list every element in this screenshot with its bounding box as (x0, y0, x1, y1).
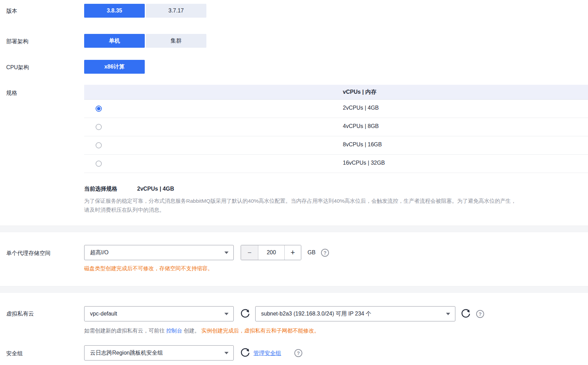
version-label: 版本 (6, 8, 17, 15)
spec-cell: 2vCPUs | 4GB (343, 105, 379, 111)
version-option-3835[interactable]: 3.8.35 (84, 4, 145, 18)
radio-selected-icon[interactable] (96, 106, 102, 112)
security-group-select[interactable]: 云日志跨Region跳板机安全组 (84, 345, 234, 361)
section-divider (0, 286, 588, 293)
security-group-help-icon[interactable]: ? (294, 349, 302, 357)
storage-size-input[interactable] (258, 245, 284, 260)
manage-security-group-link[interactable]: 管理安全组 (253, 350, 281, 356)
storage-warning-text: 磁盘类型创建完成后不可修改，存储空间不支持缩容。 (84, 265, 213, 272)
spec-row-4vcpu[interactable]: 4vCPUs | 8GB (84, 118, 588, 136)
cpu-arch-label: CPU架构 (6, 64, 29, 71)
refresh-icon[interactable] (240, 348, 250, 358)
spec-column-header: vCPUs | 内存 (343, 89, 376, 96)
vpc-help-icon[interactable]: ? (476, 310, 484, 318)
decrease-button[interactable]: − (241, 245, 258, 260)
section-divider (0, 226, 588, 232)
cpu-arch-segment-group: x86计算 (84, 60, 146, 74)
storage-label: 单个代理存储空间 (6, 250, 51, 257)
rabbitmq-instance-config-form: 版本 3.8.35 3.7.17 部署架构 单机 集群 CPU架构 x86计算 … (0, 0, 588, 365)
version-option-3717[interactable]: 3.7.17 (146, 4, 206, 18)
cpu-arch-option-x86[interactable]: x86计算 (84, 60, 145, 74)
spec-description-line1: 为了保证服务的稳定可靠，分布式消息服务RabbitMQ版采用了默认的40%高水位… (84, 197, 586, 206)
spec-cell: 8vCPUs | 16GB (343, 142, 382, 148)
security-group-label: 安全组 (6, 350, 23, 357)
spec-row-8vcpu[interactable]: 8vCPUs | 16GB (84, 136, 588, 155)
subnet-value: subnet-b2a3 (192.168.3.0/24) 可用 IP 234 个 (261, 310, 371, 318)
disk-type-value: 超高I/O (90, 249, 108, 256)
chevron-down-icon (224, 252, 229, 254)
radio-unselected-icon[interactable] (96, 161, 102, 167)
vpc-hint-warning: 实例创建完成后，虚拟私有云和子网都不能修改。 (201, 328, 319, 334)
spec-cell: 16vCPUs | 32GB (343, 160, 385, 166)
architecture-option-cluster[interactable]: 集群 (146, 34, 206, 48)
spec-label: 规格 (6, 90, 17, 97)
architecture-label: 部署架构 (6, 38, 28, 45)
radio-unselected-icon[interactable] (96, 124, 102, 130)
console-link[interactable]: 控制台 (166, 328, 182, 334)
spec-cell: 4vCPUs | 8GB (343, 123, 379, 129)
vpc-hint-suffix: 创建。 (182, 328, 201, 334)
spec-row-16vcpu[interactable]: 16vCPUs | 32GB (84, 155, 588, 173)
refresh-icon[interactable] (461, 309, 471, 319)
radio-unselected-icon[interactable] (96, 142, 102, 148)
spec-description-line2: 请及时消费积压在队列中的消息。 (84, 206, 586, 215)
vpc-value: vpc-default (90, 311, 117, 317)
chevron-down-icon (224, 352, 229, 354)
vpc-hint-prefix: 如需创建新的虚拟私有云，可前往 (84, 328, 166, 334)
current-spec-label: 当前选择规格 (84, 186, 117, 192)
architecture-segment-group: 单机 集群 (84, 34, 207, 48)
security-group-value: 云日志跨Region跳板机安全组 (90, 349, 163, 357)
storage-help-icon[interactable]: ? (321, 249, 329, 257)
storage-size-stepper: − + (241, 245, 301, 260)
spec-table: vCPUs | 内存 2vCPUs | 4GB 4vCPUs | 8GB 8vC… (84, 85, 588, 173)
increase-button[interactable]: + (284, 245, 301, 260)
version-segment-group: 3.8.35 3.7.17 (84, 4, 207, 18)
manage-security-group-wrap: 管理安全组 (253, 350, 281, 357)
current-spec: 当前选择规格2vCPUs | 4GB (84, 185, 174, 193)
spec-row-2vcpu[interactable]: 2vCPUs | 4GB (84, 100, 588, 118)
vpc-hint: 如需创建新的虚拟私有云，可前往 控制台 创建。 实例创建完成后，虚拟私有云和子网… (84, 327, 319, 335)
storage-unit-label: GB (308, 249, 315, 256)
vpc-label: 虚拟私有云 (6, 310, 34, 318)
current-spec-value: 2vCPUs | 4GB (137, 186, 174, 192)
disk-type-select[interactable]: 超高I/O (84, 245, 234, 260)
architecture-option-single[interactable]: 单机 (84, 34, 145, 48)
vpc-select[interactable]: vpc-default (84, 306, 234, 321)
subnet-select[interactable]: subnet-b2a3 (192.168.3.0/24) 可用 IP 234 个 (255, 306, 455, 321)
spec-table-header: vCPUs | 内存 (84, 85, 588, 100)
chevron-down-icon (224, 313, 229, 315)
chevron-down-icon (446, 313, 450, 315)
refresh-icon[interactable] (240, 309, 250, 319)
